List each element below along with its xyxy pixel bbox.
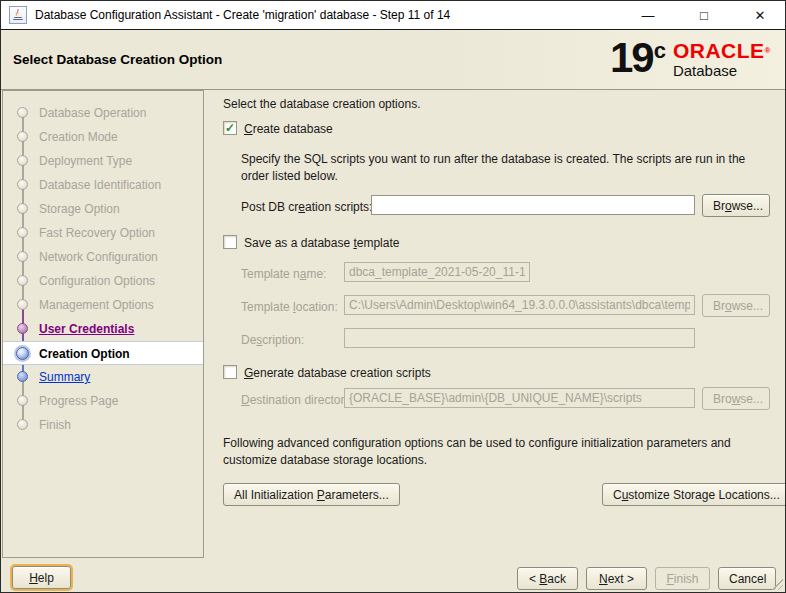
registered-mark: ® bbox=[765, 46, 771, 55]
post-db-scripts-label: Post DB creation scripts: bbox=[241, 200, 372, 214]
oracle-19c-logo: 19 c ORACLE® Database bbox=[610, 37, 771, 79]
java-icon bbox=[9, 6, 27, 24]
oracle-wordmark: ORACLE® bbox=[673, 41, 771, 61]
sidebar-item-storage-option: Storage Option bbox=[3, 197, 203, 221]
sidebar-item-summary[interactable]: Summary bbox=[3, 365, 203, 389]
step-dot bbox=[17, 275, 28, 286]
check-icon: ✓ bbox=[225, 121, 235, 135]
back-button[interactable]: < Back bbox=[517, 567, 578, 590]
create-database-checkbox[interactable]: ✓ bbox=[223, 121, 237, 135]
destination-directory-input bbox=[344, 388, 695, 408]
title-bar: Database Configuration Assistant - Creat… bbox=[1, 1, 785, 30]
page-title: Select Database Creation Option bbox=[13, 52, 222, 67]
destination-directory-browse-button: Browse... bbox=[702, 387, 770, 410]
post-db-scripts-input[interactable] bbox=[371, 195, 695, 215]
step-dot-current bbox=[16, 347, 29, 360]
template-location-input bbox=[344, 295, 695, 315]
sidebar-item-database-operation: Database Operation bbox=[3, 101, 203, 125]
sidebar-item-management-options: Management Options bbox=[3, 293, 203, 317]
template-name-label: Template name: bbox=[241, 267, 326, 281]
logo-edition: c bbox=[654, 38, 666, 64]
sidebar-item-creation-mode: Creation Mode bbox=[3, 125, 203, 149]
sidebar-item-fast-recovery-option: Fast Recovery Option bbox=[3, 221, 203, 245]
post-scripts-description: Specify the SQL scripts you want to run … bbox=[241, 151, 757, 185]
sidebar-item-creation-option: Creation Option bbox=[3, 341, 203, 365]
step-dot bbox=[17, 179, 28, 190]
sidebar-item-progress-page: Progress Page bbox=[3, 389, 203, 413]
window-title: Database Configuration Assistant - Creat… bbox=[35, 8, 450, 22]
step-dot bbox=[17, 203, 28, 214]
customize-storage-locations-button[interactable]: Customize Storage Locations... bbox=[602, 483, 786, 506]
generate-scripts-checkbox[interactable] bbox=[223, 365, 237, 379]
sidebar-item-user-credentials[interactable]: User Credentials bbox=[3, 317, 203, 341]
window-controls: — □ ✕ bbox=[635, 1, 773, 30]
save-template-label[interactable]: Save as a database template bbox=[244, 236, 399, 250]
step-dot bbox=[17, 155, 28, 166]
advanced-options-note: Following advanced configuration options… bbox=[223, 435, 768, 469]
description-label: Description: bbox=[241, 333, 304, 347]
cancel-button[interactable]: Cancel bbox=[718, 567, 776, 590]
save-template-checkbox[interactable] bbox=[223, 235, 237, 249]
dbca-window: Database Configuration Assistant - Creat… bbox=[0, 0, 786, 593]
close-icon[interactable]: ✕ bbox=[747, 1, 773, 30]
maximize-icon[interactable]: □ bbox=[691, 1, 717, 30]
wizard-header: Select Database Creation Option 19 c ORA… bbox=[1, 30, 785, 90]
minimize-icon[interactable]: — bbox=[635, 1, 661, 30]
step-dot bbox=[17, 251, 28, 262]
template-location-label: Template location: bbox=[241, 300, 338, 314]
help-button[interactable]: Help bbox=[12, 566, 71, 589]
post-db-scripts-browse-button[interactable]: Browse... bbox=[702, 194, 770, 217]
sidebar-item-finish: Finish bbox=[3, 413, 203, 437]
template-location-browse-button: Browse... bbox=[702, 294, 770, 317]
template-name-input bbox=[344, 262, 530, 282]
step-dot bbox=[17, 299, 28, 310]
logo-version: 19 bbox=[610, 37, 653, 79]
step-dot bbox=[17, 323, 28, 334]
step-dot bbox=[17, 395, 28, 406]
sidebar-item-configuration-options: Configuration Options bbox=[3, 269, 203, 293]
step-dot bbox=[17, 371, 28, 382]
step-dot bbox=[17, 227, 28, 238]
create-database-label[interactable]: Create database bbox=[244, 122, 333, 136]
step-dot bbox=[17, 131, 28, 142]
generate-scripts-label[interactable]: Generate database creation scripts bbox=[244, 366, 431, 380]
intro-text: Select the database creation options. bbox=[223, 97, 420, 111]
wizard-step-list: Database Operation Creation Mode Deploym… bbox=[2, 90, 204, 558]
sidebar-item-deployment-type: Deployment Type bbox=[3, 149, 203, 173]
all-initialization-parameters-button[interactable]: All Initialization Parameters... bbox=[223, 483, 400, 506]
finish-button: Finish bbox=[655, 567, 710, 590]
sidebar-item-database-identification: Database Identification bbox=[3, 173, 203, 197]
description-input bbox=[344, 328, 695, 348]
step-dot bbox=[17, 419, 28, 430]
next-button[interactable]: Next > bbox=[586, 567, 647, 590]
sidebar-item-network-configuration: Network Configuration bbox=[3, 245, 203, 269]
logo-product: Database bbox=[673, 62, 771, 79]
step-dot bbox=[17, 107, 28, 118]
destination-directory-label: Destination directory: bbox=[241, 393, 354, 407]
